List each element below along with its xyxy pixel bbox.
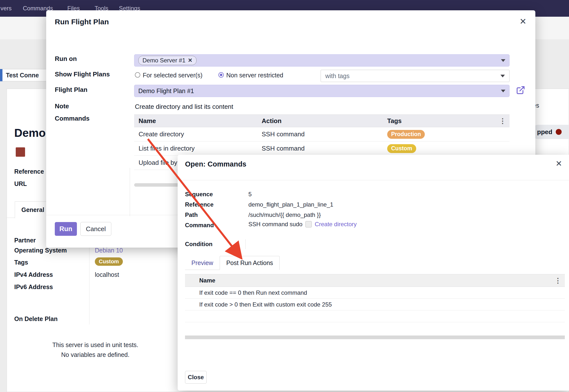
tab-post-run-actions[interactable]: Post Run Actions <box>220 256 280 270</box>
with-tags-value: with tags <box>325 72 350 80</box>
tab-bar: Preview Post Run Actions <box>185 256 280 270</box>
on-delete-plan-label: On Delete Plan <box>14 315 57 322</box>
header-divider <box>178 180 569 180</box>
run-button[interactable]: Run <box>55 222 77 236</box>
open-external-icon[interactable] <box>516 85 525 95</box>
open-commands-modal: Open: Commands ✕ Sequence 5 Reference de… <box>178 155 569 391</box>
flight-plan-label: Flight Plan <box>55 86 87 94</box>
commands-table-header: Name Action Tags ⋮ <box>134 114 510 127</box>
remove-tag-icon[interactable]: ✕ <box>188 57 192 64</box>
commands-label: Commands <box>55 115 90 122</box>
sequence-value: 5 <box>248 191 252 198</box>
chevron-down-icon <box>501 90 505 92</box>
condition-label: Condition <box>185 241 213 248</box>
sequence-label: Sequence <box>185 191 213 198</box>
path-value: /such/much/{{ demo_path }} <box>248 211 321 218</box>
ipv6-label: IPv6 Address <box>14 283 53 291</box>
table-row[interactable]: List files in directory SSH command Cust… <box>134 141 510 156</box>
flight-plan-value: Demo Flight Plan #1 <box>138 87 194 95</box>
header-tags: Tags <box>387 117 402 125</box>
chevron-down-icon <box>501 59 505 62</box>
nav-item-servers[interactable]: vers <box>0 0 12 17</box>
show-flight-plans-label: Show Flight Plans <box>55 70 110 78</box>
tab-general-label: General <box>21 206 44 213</box>
operating-system-value[interactable]: Debian 10 <box>95 247 123 254</box>
unit-test-note: This server is used in unit tests. No va… <box>27 340 164 360</box>
radio-non-server-restricted[interactable] <box>218 72 224 78</box>
record-title: Demo <box>14 126 46 140</box>
modal-title: Run Flight Plan <box>55 18 109 26</box>
table-row[interactable]: If exit code == 0 then Run next command <box>185 287 565 299</box>
post-run-table-header: Name ⋮ <box>185 274 565 287</box>
create-directory-link[interactable]: Create directory <box>315 221 357 228</box>
row-name: Create directory <box>134 130 262 138</box>
row-name: If exit code == 0 then Run next command <box>199 289 565 296</box>
reference-label: Reference <box>14 168 44 175</box>
server-tag-pill: Demo Server #1 ✕ <box>138 56 197 65</box>
run-on-label: Run on <box>55 55 77 63</box>
tag-badge-custom: Custom <box>95 257 123 266</box>
operating-system-label: Operating System <box>14 247 67 254</box>
status-badge-text: pped <box>537 128 552 136</box>
command-label: Command <box>185 222 214 229</box>
with-tags-select[interactable]: with tags <box>321 70 510 82</box>
command-value: SSH command sudo Create directory <box>248 221 357 228</box>
close-button[interactable]: Close <box>185 371 207 384</box>
header-name: Name <box>134 117 262 125</box>
radio-selected-servers[interactable] <box>135 72 140 78</box>
tags-value: Custom <box>95 257 123 266</box>
ipv4-value: localhost <box>95 271 119 278</box>
tag-badge-production: Production <box>387 130 425 139</box>
unit-test-note-line2: No variables are defined. <box>27 350 164 360</box>
server-tag-label: Demo Server #1 <box>142 57 185 64</box>
screen: vers Commands Files Tools Settings Test … <box>0 0 569 392</box>
url-label: URL <box>14 180 27 187</box>
command-value-text: SSH command sudo <box>248 221 302 228</box>
row-action: SSH command <box>262 145 387 152</box>
ipv4-label: IPv4 Address <box>14 271 53 278</box>
tab-general[interactable]: General <box>15 201 47 218</box>
close-icon[interactable]: ✕ <box>520 17 527 26</box>
status-stopped-dot-icon <box>556 129 562 135</box>
radio-non-server-restricted-label[interactable]: Non server restricted <box>226 72 283 79</box>
flight-plan-select[interactable]: Demo Flight Plan #1 <box>134 85 510 97</box>
column-options-icon[interactable]: ⋮ <box>499 117 510 125</box>
unit-test-note-line1: This server is used in unit tests. <box>27 340 164 350</box>
condition-separator <box>245 239 246 249</box>
chevron-down-icon <box>500 75 505 77</box>
row-action: SSH command <box>262 130 387 138</box>
note-label: Note <box>55 102 69 110</box>
cancel-button[interactable]: Cancel <box>80 222 111 236</box>
path-label: Path <box>185 211 198 218</box>
table-row[interactable]: Create directory SSH command Production <box>134 127 510 141</box>
reference-value: demo_flight_plan_1_plan_line_1 <box>248 201 333 208</box>
primary-action-button-cut[interactable] <box>0 69 2 81</box>
field-separator <box>130 168 130 216</box>
post-run-actions-table: Name ⋮ If exit code == 0 then Run next c… <box>185 274 565 322</box>
reference-label: Reference <box>185 201 213 208</box>
server-color-swatch[interactable] <box>16 147 25 157</box>
test-connection-button[interactable]: Test Conne <box>2 69 47 81</box>
header-name: Name <box>199 277 555 284</box>
run-on-select[interactable]: Demo Server #1 ✕ <box>134 54 510 67</box>
empty-row <box>185 310 565 322</box>
row-name: If exit code > 0 then Exit with custom e… <box>199 301 565 308</box>
modal-title: Open: Commands <box>185 160 246 168</box>
partner-label: Partner <box>14 237 36 244</box>
field-divider <box>89 235 89 324</box>
row-name: List files in directory <box>134 145 262 152</box>
table-row[interactable]: If exit code > 0 then Exit with custom e… <box>185 299 565 310</box>
header-action: Action <box>262 117 387 125</box>
tags-label: Tags <box>14 259 28 266</box>
close-icon[interactable]: ✕ <box>555 160 562 168</box>
checkbox[interactable] <box>305 221 312 227</box>
column-options-icon[interactable]: ⋮ <box>555 277 565 285</box>
radio-selected-servers-label[interactable]: For selected server(s) <box>143 72 202 79</box>
plan-summary: Create directory and list its content <box>135 103 233 111</box>
status-badge: pped <box>531 125 569 139</box>
horizontal-scrollbar[interactable] <box>185 336 565 339</box>
tag-badge-custom: Custom <box>387 144 416 153</box>
tab-preview[interactable]: Preview <box>185 256 220 270</box>
